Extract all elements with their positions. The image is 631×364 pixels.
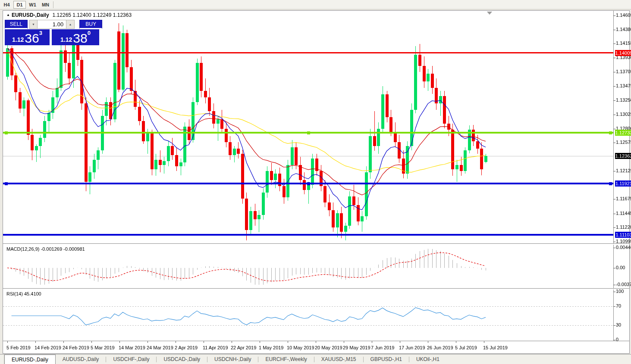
chart-symbol-label: EURUSD-,Daily [12, 12, 49, 18]
chart-tab-audusd-daily[interactable]: AUDUSD-,Daily [56, 355, 106, 364]
price-axis-label: 1.12575 [616, 140, 631, 145]
chart-tab-usdcad-daily[interactable]: USDCAD-,Daily [157, 355, 207, 364]
price-badge: 1.12363 [615, 153, 631, 159]
chart-window: ▲EURUSD-,Daily1.12265 1.12400 1.12249 1.… [3, 10, 630, 354]
price-axis-label: 1.13705 [616, 69, 631, 74]
price-axis-label: 1.14380 [616, 27, 631, 32]
timeframe-toolbar: H4D1W1MN [0, 0, 631, 9]
chart-tab-eurchf-weekly[interactable]: EURCHF-,Weekly [258, 355, 314, 364]
price-axis-label: 1.13025 [616, 112, 631, 117]
one-click-trade-panel: SELL ▼ ▲ BUY 1.12 36 3 1.12 38 0 [5, 20, 102, 45]
date-axis-label: 5 Feb 2019 [6, 345, 31, 350]
date-axis-label: 14 Mar 2019 [119, 345, 145, 350]
timeframe-button-d1[interactable]: D1 [13, 1, 26, 9]
price-badge: 1.11921 [615, 180, 631, 187]
chart-tab-gbpusd-h1[interactable]: GBPUSD-,H1 [364, 355, 409, 364]
chart-shift-marker-icon[interactable] [487, 12, 492, 15]
buy-price-prefix: 1.12 [60, 36, 72, 43]
timeframe-button-h4[interactable]: H4 [0, 1, 13, 9]
sell-button[interactable]: SELL [5, 20, 28, 29]
buy-price-box[interactable]: 1.12 38 0 [52, 29, 99, 45]
rsi-axis-label: 30 [616, 322, 621, 327]
chart-ohlc-values: 1.12265 1.12400 1.12249 1.12363 [53, 12, 132, 18]
rsi-indicator-label: RSI(14) 45.4100 [6, 291, 41, 296]
chart-tab-usdcnh-daily[interactable]: USDCNH-,Daily [207, 355, 258, 364]
rsi-axis-label: 0 [616, 337, 618, 342]
date-axis-label: 10 May 2019 [287, 345, 314, 350]
date-axis-label: 7 Jun 2019 [371, 345, 394, 350]
date-axis-label: 5 Jul 2019 [455, 345, 477, 350]
chart-tab-ukoil-h1[interactable]: UKOil-,H1 [409, 355, 446, 364]
macd-axis-label: -0.003715 [616, 282, 631, 287]
volume-decrease-button[interactable]: ▼ [29, 20, 38, 29]
price-axis-label: 1.10995 [616, 239, 631, 244]
price-axis-label: 1.11220 [616, 224, 631, 230]
price-axis-label: 1.13475 [616, 83, 631, 88]
rsi-axis-label: 100 [616, 289, 624, 294]
date-axis-label: 1 May 2019 [259, 345, 283, 350]
date-axis-label: 24 Mar 2019 [147, 345, 173, 350]
volume-increase-button[interactable]: ▲ [66, 20, 75, 29]
date-axis-label: 26 Jun 2019 [427, 345, 453, 350]
chart-tab-eurusd-daily[interactable]: EURUSD-,Daily [4, 355, 56, 364]
price-axis-label: 1.12125 [616, 168, 631, 173]
macd-axis-label: 0.004465 [616, 245, 631, 250]
date-axis-label: 5 Mar 2019 [91, 345, 115, 350]
macd-axis-label: 0.00 [616, 265, 625, 270]
price-badge: 1.11103 [615, 232, 631, 238]
price-badge: 1.12733 [615, 130, 631, 136]
timeframe-button-mn[interactable]: MN [39, 1, 52, 9]
date-axis-label: 14 Feb 2019 [35, 345, 61, 350]
sell-price-big: 36 [25, 33, 39, 44]
price-badge: 1.14009 [615, 50, 631, 56]
buy-button[interactable]: BUY [79, 20, 102, 29]
date-axis-label: 17 Jun 2019 [399, 345, 425, 350]
price-axis-label: 1.13250 [616, 97, 631, 103]
date-axis-label: 11 Apr 2019 [203, 345, 228, 350]
price-axis-label: 1.14155 [616, 40, 631, 46]
date-axis-label: 29 May 2019 [343, 345, 370, 350]
timeframe-button-w1[interactable]: W1 [26, 1, 39, 9]
buy-price-big: 38 [73, 33, 87, 44]
macd-indicator-label: MACD(12,26,9) -0.001269 -0.000981 [6, 246, 85, 252]
date-axis-label: 20 May 2019 [315, 345, 342, 350]
tab-scroll-stub[interactable] [0, 355, 4, 364]
chart-tab-xauusd-m15[interactable]: XAUUSD-,M15 [314, 355, 363, 364]
date-axis-label: 22 Apr 2019 [231, 345, 256, 350]
chart-tab-usdchf-daily[interactable]: USDCHF-,Daily [106, 355, 156, 364]
price-axis-label: 1.11445 [616, 211, 631, 216]
price-axis-label: 1.14605 [616, 12, 631, 18]
date-axis-label: 24 Feb 2019 [63, 345, 89, 350]
price-axis-label: 1.11675 [616, 196, 631, 201]
chart-canvas[interactable] [3, 11, 629, 353]
chart-tab-bar: EURUSD-,DailyAUDUSD-,DailyUSDCHF-,DailyU… [0, 354, 631, 364]
sell-price-prefix: 1.12 [12, 36, 24, 43]
sell-price-sup: 3 [39, 30, 42, 36]
sell-price-box[interactable]: 1.12 36 3 [5, 29, 50, 45]
collapse-triangle-icon[interactable]: ▲ [6, 13, 10, 17]
chart-title: ▲EURUSD-,Daily1.12265 1.12400 1.12249 1.… [6, 12, 132, 18]
volume-input[interactable] [38, 20, 66, 29]
buy-price-sup: 0 [88, 30, 91, 36]
toolbar-separator [53, 1, 53, 8]
rsi-axis-label: 70 [616, 303, 621, 308]
date-axis-label: 15 Jul 2019 [483, 345, 508, 350]
date-axis-label: 2 Apr 2019 [175, 345, 198, 350]
